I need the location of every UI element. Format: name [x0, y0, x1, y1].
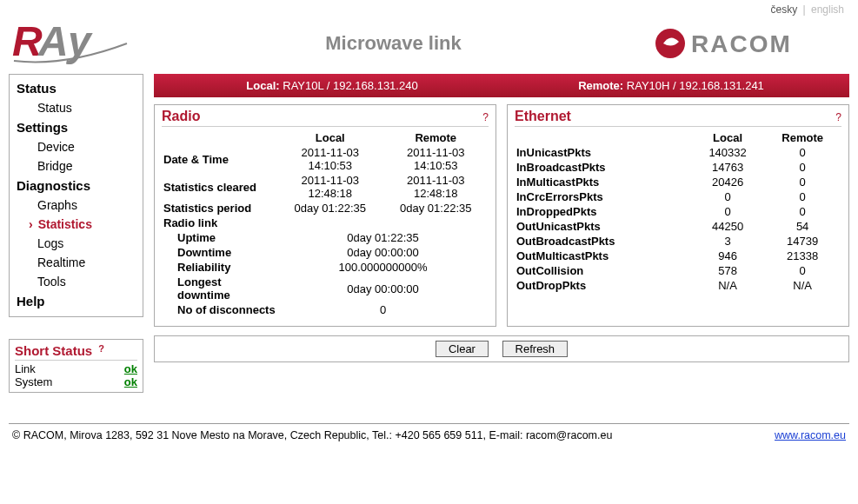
- ss-system-value[interactable]: ok: [124, 375, 137, 388]
- eth-row-remote: 0: [763, 204, 841, 219]
- radio-panel: Radio ? Local Remote Date & Time 2011-11…: [154, 104, 496, 327]
- nav-item-logs[interactable]: Logs: [10, 234, 143, 253]
- nav-item-statistics[interactable]: Statistics: [10, 215, 143, 234]
- eth-row-label: OutUnicastPkts: [515, 219, 692, 234]
- eth-row-remote: N/A: [763, 278, 841, 293]
- header: R A y Microwave link RACOM: [9, 16, 849, 74]
- nav-item-graphs[interactable]: Graphs: [10, 196, 143, 215]
- ss-link-value[interactable]: ok: [124, 362, 137, 375]
- eth-row-label: InBroadcastPkts: [515, 160, 692, 175]
- eth-row-remote: 21338: [763, 249, 841, 263]
- eth-help-icon[interactable]: ?: [835, 111, 841, 123]
- table-row: OutBroadcastPkts314739: [515, 234, 841, 249]
- radio-downtime-value: 0day 00:00:00: [277, 245, 489, 260]
- eth-row-label: InMulticastPkts: [515, 175, 692, 189]
- radio-datetime-label: Date & Time: [162, 145, 277, 173]
- clear-button[interactable]: Clear: [436, 341, 489, 357]
- table-row: InCrcErrorsPkts00: [515, 189, 841, 204]
- radio-period-remote: 0day 01:22:35: [383, 201, 489, 216]
- eth-row-local: N/A: [692, 278, 763, 293]
- eth-row-remote: 54: [763, 219, 841, 234]
- nav-item-device[interactable]: Device: [10, 137, 143, 156]
- lang-separator: |: [803, 3, 806, 16]
- nav-menu: Status Status Settings Device Bridge Dia…: [9, 74, 143, 317]
- radio-col-local: Local: [277, 130, 382, 145]
- radio-disc-label: No of disconnects: [162, 302, 277, 317]
- svg-text:RACOM: RACOM: [691, 30, 792, 57]
- nav-head-settings[interactable]: Settings: [10, 117, 143, 137]
- eth-row-local: 20426: [692, 175, 763, 189]
- eth-row-local: 0: [692, 204, 763, 219]
- radio-period-local: 0day 01:22:35: [277, 201, 382, 216]
- radio-title: Radio: [162, 109, 200, 124]
- radio-datetime-local: 2011-11-03 14:10:53: [277, 145, 382, 173]
- table-row: OutUnicastPkts4425054: [515, 219, 841, 234]
- table-row: OutCollision5780: [515, 263, 841, 278]
- eth-row-label: InUnicastPkts: [515, 145, 692, 160]
- radio-table: Local Remote Date & Time 2011-11-03 14:1…: [162, 130, 489, 317]
- table-row: OutMulticastPkts94621338: [515, 249, 841, 263]
- racom-logo: RACOM: [653, 26, 844, 61]
- eth-row-label: InDroppedPkts: [515, 204, 692, 219]
- eth-row-local: 578: [692, 263, 763, 278]
- table-row: InMulticastPkts204260: [515, 175, 841, 189]
- nav-item-realtime[interactable]: Realtime: [10, 253, 143, 272]
- radio-cleared-label: Statistics cleared: [162, 173, 277, 201]
- connection-bar: Local: RAY10L / 192.168.131.240 Remote: …: [154, 74, 849, 97]
- radio-help-icon[interactable]: ?: [482, 111, 489, 123]
- ss-link-label: Link: [15, 362, 36, 375]
- radio-cleared-remote: 2011-11-03 12:48:18: [383, 173, 489, 201]
- button-row: Clear Refresh: [154, 335, 849, 362]
- short-status-box: Short Status ? Link ok System ok: [9, 339, 143, 393]
- radio-reliability-value: 100.000000000%: [277, 260, 489, 275]
- radio-cleared-local: 2011-11-03 12:48:18: [277, 173, 382, 201]
- radio-uptime-value: 0day 01:22:35: [277, 230, 489, 245]
- nav-head-status[interactable]: Status: [10, 78, 143, 98]
- eth-row-label: OutBroadcastPkts: [515, 234, 692, 249]
- eth-row-remote: 0: [763, 175, 841, 189]
- eth-title: Ethernet: [515, 109, 571, 124]
- radio-longest-label: Longest downtime: [162, 275, 277, 302]
- eth-row-local: 946: [692, 249, 763, 263]
- nav-item-tools[interactable]: Tools: [10, 272, 143, 291]
- refresh-button[interactable]: Refresh: [502, 341, 569, 357]
- footer-text: © RACOM, Mirova 1283, 592 31 Nove Mesto …: [12, 429, 612, 441]
- language-switch: česky | english: [9, 0, 849, 16]
- eth-row-local: 3: [692, 234, 763, 249]
- lang-cs-link[interactable]: česky: [770, 3, 797, 16]
- eth-row-remote: 14739: [763, 234, 841, 249]
- nav-item-bridge[interactable]: Bridge: [10, 156, 143, 176]
- radio-link-label: Radio link: [162, 216, 489, 230]
- table-row: OutDropPktsN/AN/A: [515, 278, 841, 293]
- nav-head-diagnostics[interactable]: Diagnostics: [10, 176, 143, 196]
- eth-col-remote: Remote: [763, 130, 841, 145]
- nav-item-status[interactable]: Status: [10, 98, 143, 117]
- ss-system-label: System: [15, 375, 52, 388]
- conn-remote-value: RAY10H / 192.168.131.241: [627, 79, 764, 92]
- eth-table: Local Remote InUnicastPkts1403320InBroad…: [515, 130, 841, 293]
- radio-datetime-remote: 2011-11-03 14:10:53: [383, 145, 489, 173]
- conn-remote-label: Remote:: [578, 79, 623, 92]
- radio-period-label: Statistics period: [162, 201, 277, 216]
- nav-head-help[interactable]: Help: [10, 291, 143, 311]
- eth-row-local: 140332: [692, 145, 763, 160]
- eth-row-local: 14763: [692, 160, 763, 175]
- footer-link[interactable]: www.racom.eu: [775, 429, 846, 441]
- conn-local-label: Local:: [246, 79, 279, 92]
- radio-disc-value: 0: [277, 302, 489, 317]
- radio-longest-value: 0day 00:00:00: [277, 275, 489, 302]
- conn-local-value: RAY10L / 192.168.131.240: [283, 79, 417, 92]
- eth-row-remote: 0: [763, 160, 841, 175]
- ethernet-panel: Ethernet ? Local Remote InUnicastPkts140…: [507, 104, 849, 327]
- short-status-help-icon[interactable]: ?: [98, 343, 104, 354]
- eth-row-local: 44250: [692, 219, 763, 234]
- eth-row-label: InCrcErrorsPkts: [515, 189, 692, 204]
- eth-row-remote: 0: [763, 145, 841, 160]
- eth-row-label: OutMulticastPkts: [515, 249, 692, 263]
- eth-row-remote: 0: [763, 263, 841, 278]
- eth-col-local: Local: [692, 130, 763, 145]
- lang-en-link[interactable]: english: [811, 3, 844, 16]
- table-row: InBroadcastPkts147630: [515, 160, 841, 175]
- ray-logo: R A y: [12, 19, 134, 67]
- radio-col-remote: Remote: [383, 130, 489, 145]
